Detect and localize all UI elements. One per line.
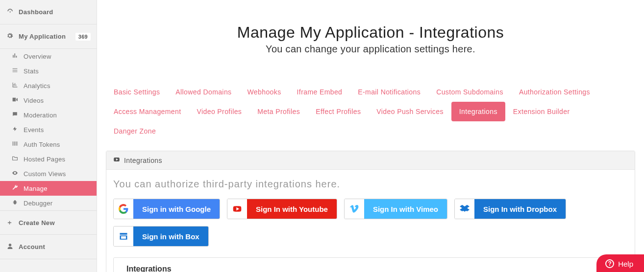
sidebar-item-moderation[interactable]: Moderation <box>0 108 97 122</box>
sidebar-item-label: Analytics <box>24 82 50 90</box>
tab-basic-settings[interactable]: Basic Settings <box>106 82 168 102</box>
sidebar-dashboard-label: Dashboard <box>19 8 53 16</box>
sidebar-account-label: Account <box>19 243 45 250</box>
video-icon <box>11 96 19 104</box>
list-icon <box>11 67 19 75</box>
signin-box-button[interactable]: Sign in with Box <box>113 226 209 247</box>
signin-dropbox-button[interactable]: Sign In with Dropbox <box>454 199 566 219</box>
tab-extension-builder[interactable]: Extension Builder <box>505 102 578 121</box>
google-icon <box>114 199 133 219</box>
sidebar-account[interactable]: Account <box>0 235 97 259</box>
signin-vimeo-button[interactable]: Sign In with Vimeo <box>344 199 447 219</box>
tab-e-mail-notifications[interactable]: E-mail Notifications <box>350 82 428 102</box>
signin-google-label: Sign in with Google <box>133 199 220 219</box>
sidebar-item-debugger[interactable]: Debugger <box>0 196 97 210</box>
sidebar: Dashboard My Application 369 OverviewSta… <box>0 0 97 272</box>
tab-danger-zone[interactable]: Danger Zone <box>106 121 164 141</box>
gear-icon <box>6 32 14 41</box>
sidebar-create-label: Create New <box>19 219 55 227</box>
main-content: Manage My Application - Integrations You… <box>97 0 644 272</box>
sidebar-item-hosted-pages[interactable]: Hosted Pages <box>0 152 97 166</box>
integrations-panel-head: Integrations <box>106 151 635 170</box>
sidebar-app-badge: 369 <box>75 33 91 41</box>
tab-effect-profiles[interactable]: Effect Profiles <box>308 102 369 121</box>
tab-custom-subdomains[interactable]: Custom Subdomains <box>428 82 511 102</box>
youtube-icon <box>113 156 120 164</box>
tab-video-push-services[interactable]: Video Push Services <box>369 102 451 121</box>
user-icon <box>6 243 14 251</box>
sidebar-item-custom-views[interactable]: Custom Views <box>0 166 97 181</box>
sidebar-item-overview[interactable]: Overview <box>0 49 97 64</box>
help-label: Help <box>618 260 633 268</box>
signin-youtube-label: Sign In with Youtube <box>247 199 337 219</box>
sidebar-item-events[interactable]: Events <box>0 122 97 137</box>
tab-authorization-settings[interactable]: Authorization Settings <box>511 82 598 102</box>
wrench-icon <box>11 184 19 192</box>
settings-tabs: Basic SettingsAllowed DomainsWebhooksIfr… <box>106 82 635 141</box>
integrations-panel-desc: You can authorize third-party integratio… <box>113 179 628 190</box>
signin-dropbox-label: Sign In with Dropbox <box>474 199 566 219</box>
sidebar-item-label: Moderation <box>24 112 57 119</box>
tab-video-profiles[interactable]: Video Profiles <box>189 102 250 121</box>
eye-icon <box>11 170 19 178</box>
sidebar-item-label: Custom Views <box>24 170 66 178</box>
sidebar-app[interactable]: My Application 369 <box>0 24 97 49</box>
sidebar-item-videos[interactable]: Videos <box>0 93 97 108</box>
help-button[interactable]: ? Help <box>596 254 644 272</box>
signin-youtube-button[interactable]: Sign In with Youtube <box>227 199 337 219</box>
sidebar-item-label: Manage <box>24 185 48 192</box>
integrations-panel: Integrations You can authorize third-par… <box>106 151 635 272</box>
signin-vimeo-label: Sign In with Vimeo <box>364 199 447 219</box>
sidebar-create-new[interactable]: ＋ Create New <box>0 210 97 235</box>
tab-integrations[interactable]: Integrations <box>451 102 505 121</box>
signin-box-label: Sign in with Box <box>133 227 208 246</box>
plus-icon: ＋ <box>6 218 14 227</box>
sidebar-item-auth-tokens[interactable]: Auth Tokens <box>0 137 97 152</box>
folder-icon <box>11 155 19 163</box>
sidebar-item-label: Auth Tokens <box>24 141 60 148</box>
sidebar-item-label: Overview <box>24 53 51 60</box>
sidebar-dashboard[interactable]: Dashboard <box>0 0 97 24</box>
page-title: Manage My Application - Integrations <box>97 23 644 42</box>
barcode-icon <box>11 140 19 148</box>
dashboard-icon <box>6 8 14 16</box>
bug-icon <box>11 199 19 207</box>
vimeo-icon <box>345 199 364 219</box>
bolt-icon <box>11 126 19 134</box>
sidebar-item-analytics[interactable]: Analytics <box>0 78 97 93</box>
box-icon <box>114 227 133 246</box>
integrations-sub-panel: Integrations <box>113 257 628 272</box>
sidebar-app-label: My Application <box>19 33 66 40</box>
tab-access-management[interactable]: Access Management <box>106 102 189 121</box>
signin-buttons-row: Sign in with Google Sign In with Youtube… <box>113 199 628 247</box>
integrations-panel-title: Integrations <box>124 157 162 164</box>
sidebar-item-label: Hosted Pages <box>24 156 65 163</box>
sidebar-item-label: Events <box>24 126 44 134</box>
tab-iframe-embed[interactable]: Iframe Embed <box>289 82 350 102</box>
tab-meta-profiles[interactable]: Meta Profiles <box>249 102 308 121</box>
sidebar-item-label: Debugger <box>24 200 53 207</box>
sidebar-item-stats[interactable]: Stats <box>0 64 97 78</box>
sidebar-item-label: Stats <box>24 68 39 75</box>
chat-icon <box>11 111 19 119</box>
bar-icon <box>11 52 19 60</box>
signin-google-button[interactable]: Sign in with Google <box>113 199 220 219</box>
sidebar-item-label: Videos <box>24 97 44 104</box>
tab-webhooks[interactable]: Webhooks <box>239 82 289 102</box>
integrations-sub-panel-head: Integrations <box>114 258 627 272</box>
help-icon: ? <box>605 259 614 268</box>
sidebar-item-manage[interactable]: Manage <box>0 181 97 196</box>
chart-icon <box>11 82 19 90</box>
dropbox-icon <box>455 199 474 219</box>
page-subtitle: You can change your application settings… <box>97 44 644 55</box>
tab-allowed-domains[interactable]: Allowed Domains <box>168 82 239 102</box>
youtube-brand-icon <box>227 199 247 219</box>
